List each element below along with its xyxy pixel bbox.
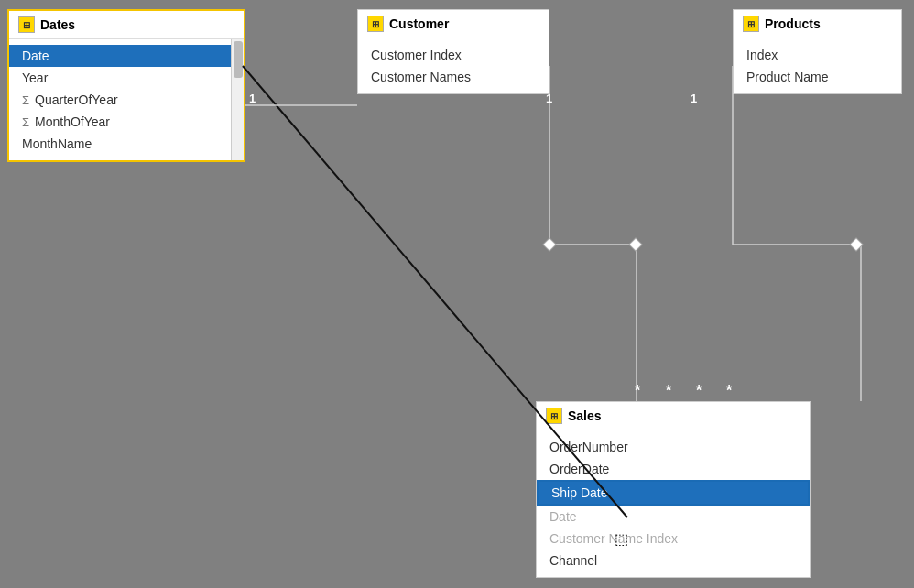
field-label: QuarterOfYear xyxy=(35,93,118,107)
table-row[interactable]: Customer Names xyxy=(358,66,549,88)
table-row[interactable]: Customer Name Index ⬚ xyxy=(537,528,810,550)
sales-table-icon: ⊞ xyxy=(546,408,562,424)
dates-table: ⊞ Dates Date Year Σ QuarterOfYear Σ Mont… xyxy=(7,9,245,162)
table-row[interactable]: OrderDate xyxy=(537,458,810,480)
dates-body: Date Year Σ QuarterOfYear Σ MonthOfYear … xyxy=(9,39,244,160)
table-row[interactable]: Year xyxy=(9,67,244,89)
svg-text:*: * xyxy=(666,383,672,398)
table-row[interactable]: Index xyxy=(734,44,901,66)
table-row[interactable]: Product Name xyxy=(734,66,901,88)
field-label: MonthName xyxy=(22,136,92,151)
table-row[interactable]: Σ MonthOfYear xyxy=(9,111,244,133)
dates-title: Dates xyxy=(40,17,75,32)
table-row[interactable]: Σ QuarterOfYear xyxy=(9,89,244,111)
svg-text:1: 1 xyxy=(691,92,697,105)
field-label: Customer Index xyxy=(371,48,462,62)
scrollbar-thumb xyxy=(234,41,243,78)
customer-title: Customer xyxy=(389,16,449,31)
field-label: OrderDate xyxy=(549,462,609,476)
field-label: Ship Date xyxy=(551,485,607,500)
field-label: Index xyxy=(746,48,778,62)
products-header: ⊞ Products xyxy=(734,10,901,38)
sales-body: OrderNumber OrderDate Ship Date Date Cus… xyxy=(537,430,810,577)
sales-title: Sales xyxy=(568,408,602,423)
svg-rect-13 xyxy=(850,238,863,251)
field-label: Product Name xyxy=(746,70,828,84)
sales-table: ⊞ Sales OrderNumber OrderDate Ship Date … xyxy=(536,401,811,578)
svg-text:*: * xyxy=(726,383,733,398)
table-row[interactable]: MonthName xyxy=(9,133,244,155)
field-label: OrderNumber xyxy=(549,440,628,454)
table-row[interactable]: Customer Index xyxy=(358,44,549,66)
field-label: Date xyxy=(549,509,577,524)
table-row[interactable]: OrderNumber xyxy=(537,436,810,458)
dates-table-icon: ⊞ xyxy=(18,16,35,33)
products-table: ⊞ Products Index Product Name xyxy=(733,9,902,94)
customer-table: ⊞ Customer Customer Index Customer Names xyxy=(357,9,549,94)
products-title: Products xyxy=(765,16,821,31)
sigma-icon: Σ xyxy=(22,115,29,129)
products-table-icon: ⊞ xyxy=(743,16,759,32)
table-row[interactable]: Date xyxy=(537,506,810,528)
field-label: Date xyxy=(22,49,49,63)
svg-text:1: 1 xyxy=(249,92,256,105)
field-label: MonthOfYear xyxy=(35,114,110,129)
customer-body: Customer Index Customer Names xyxy=(358,38,549,93)
table-row[interactable]: Ship Date xyxy=(537,480,810,506)
scrollbar[interactable] xyxy=(231,39,244,160)
svg-rect-12 xyxy=(629,238,642,251)
sigma-icon: Σ xyxy=(22,93,29,107)
sales-header: ⊞ Sales xyxy=(537,402,810,430)
customer-header: ⊞ Customer xyxy=(358,10,549,38)
dates-header: ⊞ Dates xyxy=(9,11,244,39)
products-body: Index Product Name xyxy=(734,38,901,93)
svg-text:*: * xyxy=(696,383,702,398)
svg-rect-11 xyxy=(543,238,556,251)
field-label: Channel xyxy=(549,553,597,568)
field-label: Customer Names xyxy=(371,70,471,84)
table-row[interactable]: Channel xyxy=(537,550,810,572)
svg-text:*: * xyxy=(635,383,641,398)
table-row[interactable]: Date xyxy=(9,45,244,67)
customer-table-icon: ⊞ xyxy=(367,16,384,32)
field-label: Year xyxy=(22,71,48,85)
